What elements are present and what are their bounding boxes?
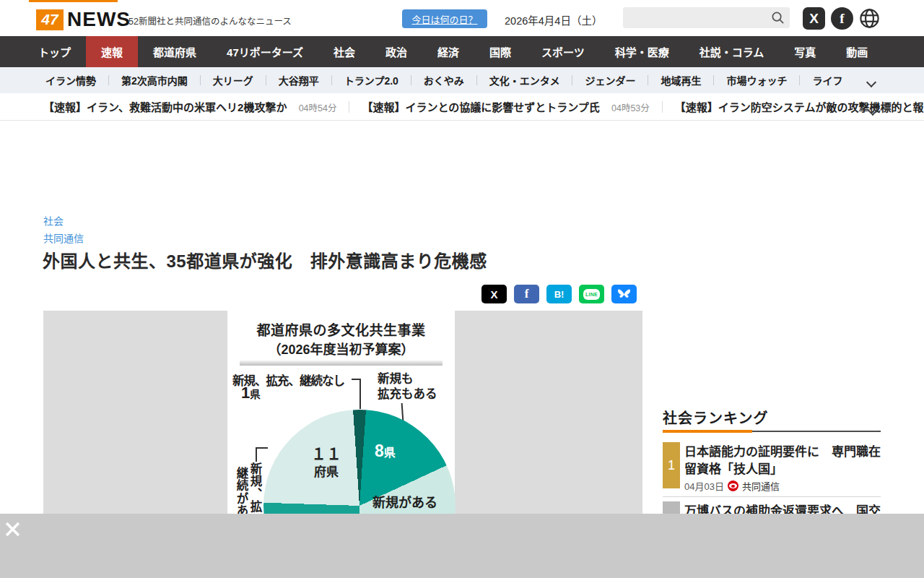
topic-entame[interactable]: 文化・エンタメ: [477, 73, 572, 87]
nav-item-seiji[interactable]: 政治: [370, 36, 422, 67]
ranking-item-date: 04月03日: [684, 479, 724, 493]
butterfly-icon: [617, 288, 631, 301]
topic-expand-chevron[interactable]: [868, 76, 875, 89]
article-source-link[interactable]: 共同通信: [43, 230, 84, 245]
divider: [349, 101, 349, 113]
pie-vertical-label-2: 継続があ: [233, 467, 250, 517]
line-icon: LINE: [583, 289, 600, 300]
count-number: 1: [241, 384, 250, 402]
chart-subtitle: （2026年度当初予算案）: [227, 339, 455, 358]
ranking-item-title[interactable]: 日本語能力の証明要件に 専門職在留資格「技人国」: [684, 444, 881, 478]
chevron-down-icon: [866, 77, 876, 87]
article-category-link[interactable]: 社会: [43, 213, 64, 228]
nav-item-shakai[interactable]: 社会: [318, 36, 370, 67]
top-bar: 47 NEWS 52新聞社と共同通信のよんななニュース 今日は何の日？ 2026…: [0, 0, 924, 36]
main-nav: トップ 速報 都道府県 47リポーターズ 社会 政治 経済 国際 スポーツ 科学…: [0, 36, 924, 67]
facebook-icon: f: [525, 287, 529, 301]
ticker-time: 04時53分: [611, 103, 650, 113]
today-what-day-label: 今日は何の日？: [411, 12, 477, 26]
nav-item-keizai[interactable]: 経済: [422, 36, 474, 67]
nav-item-kagaku-iryo[interactable]: 科学・医療: [600, 36, 684, 67]
topic-trump[interactable]: トランプ2.0: [332, 73, 411, 87]
pie-label-8ken: 8県: [375, 441, 396, 461]
topic-shijo[interactable]: 市場ウォッチ: [714, 73, 799, 87]
callout-line: 新規も: [378, 371, 437, 387]
ticker-item[interactable]: 【速報】イランとの協議に影響せずとトランプ氏 04時53分: [362, 99, 649, 114]
hatena-icon: B!: [554, 289, 565, 300]
ranking-item-meta: 04月03日 共同通信: [684, 479, 780, 493]
bottom-ad-overlay: [0, 514, 924, 578]
topic-nav: イラン情勢 第2次高市内閣 大リーグ 大谷翔平 トランプ2.0 おくやみ 文化・…: [0, 67, 924, 93]
logo-47-box: 47: [36, 9, 64, 30]
topic-okuyami[interactable]: おくやみ: [411, 73, 476, 87]
leader-line: [359, 379, 361, 409]
topic-chiiki[interactable]: 地域再生: [648, 73, 713, 87]
topic-ohtani[interactable]: 大谷翔平: [266, 73, 331, 87]
leader-line: [256, 447, 268, 449]
kyodo-logo-icon: [728, 480, 738, 491]
top-accent-strip: [29, 0, 118, 2]
nav-item-top[interactable]: トップ: [23, 36, 86, 67]
topic-mlb[interactable]: 大リーグ: [201, 73, 266, 87]
x-icon[interactable]: X: [803, 7, 825, 30]
pie-label-number: １１: [301, 445, 352, 464]
globe-icon[interactable]: [858, 7, 881, 30]
pie-label-11fuken: １１ 府県: [301, 445, 352, 481]
site-tagline: 52新聞社と共同通信のよんななニュース: [128, 14, 292, 27]
callout-line: 拡充もある: [378, 387, 437, 402]
chart-title: 都道府県の多文化共生事業: [227, 319, 455, 339]
logo-news-text: NEWS: [67, 8, 131, 31]
share-x-button[interactable]: X: [481, 285, 507, 303]
share-bluesky-button[interactable]: [611, 285, 637, 303]
x-icon: X: [490, 288, 497, 301]
ticker-text: 【速報】イラン防空システムが敵の攻撃機標的と報: [675, 101, 924, 113]
ticker-text: 【速報】イランとの協議に影響せずとトランプ氏: [362, 101, 599, 113]
current-date: 2026年4月4日（土）: [505, 12, 602, 27]
divider: [663, 496, 881, 497]
ticker-item[interactable]: 【速報】イラン防空システムが敵の攻撃機標的と報: [675, 99, 924, 114]
ranking-heading: 社会ランキング: [663, 407, 768, 428]
topic-naikaku[interactable]: 第2次高市内閣: [109, 73, 200, 87]
pie-label-unit: 府県: [301, 464, 352, 481]
nav-item-shasetsu-column[interactable]: 社説・コラム: [684, 36, 780, 67]
share-facebook-button[interactable]: f: [514, 285, 539, 303]
ranking-item-source: 共同通信: [742, 479, 780, 493]
count-unit: 県: [250, 389, 261, 400]
search-input[interactable]: [630, 7, 767, 30]
ticker-item[interactable]: 【速報】イラン、救難活動中の米軍ヘリ2機攻撃か 04時54分: [43, 99, 336, 114]
chart-callout-nashi-count: 1県: [241, 384, 261, 402]
topic-gender[interactable]: ジェンダー: [572, 73, 648, 87]
article-headline: 外国人と共生、35都道県が強化 排外意識高まり危機感: [43, 247, 487, 272]
close-icon[interactable]: [5, 522, 20, 537]
rank-number: 1: [668, 458, 675, 473]
ranking-rule-accent: [663, 430, 752, 433]
search-icon[interactable]: [771, 11, 785, 25]
share-line-button[interactable]: LINE: [579, 285, 604, 303]
ticker-time: 04時54分: [299, 103, 337, 113]
facebook-icon[interactable]: f: [831, 7, 853, 30]
nav-item-kokusai[interactable]: 国際: [474, 36, 526, 67]
search-box: [623, 7, 790, 28]
nav-item-47reporters[interactable]: 47リポーターズ: [212, 36, 318, 67]
topic-iran[interactable]: イラン情勢: [33, 73, 108, 87]
site-logo[interactable]: 47 NEWS: [36, 8, 131, 31]
chart-callout-shinki-kakuju: 新規も 拡充もある: [378, 371, 437, 402]
divider: [662, 101, 663, 113]
pie-label-unit: 県: [384, 447, 396, 459]
share-buttons: X f B! LINE: [43, 285, 642, 303]
leader-line: [256, 447, 257, 462]
share-hatena-button[interactable]: B!: [546, 285, 572, 303]
pie-label-number: 8: [375, 441, 384, 460]
nav-item-sports[interactable]: スポーツ: [526, 36, 600, 67]
ticker-text: 【速報】イラン、救難活動中の米軍ヘリ2機攻撃か: [43, 101, 287, 113]
nav-item-sokuho[interactable]: 速報: [86, 36, 138, 67]
today-what-day-button[interactable]: 今日は何の日？: [402, 9, 487, 28]
flash-news-ticker: 【速報】イラン、救難活動中の米軍ヘリ2機攻撃か 04時54分 【速報】イランとの…: [0, 93, 924, 121]
rank-1-badge: 1: [663, 442, 680, 488]
topic-life[interactable]: ライフ: [800, 73, 855, 87]
ticker-expand-chevron[interactable]: [869, 104, 876, 117]
nav-item-doga[interactable]: 動画: [831, 36, 883, 67]
nav-item-todofuken[interactable]: 都道府県: [138, 36, 212, 67]
chart-title-separator: [240, 361, 443, 366]
nav-item-shashin[interactable]: 写真: [779, 36, 831, 67]
